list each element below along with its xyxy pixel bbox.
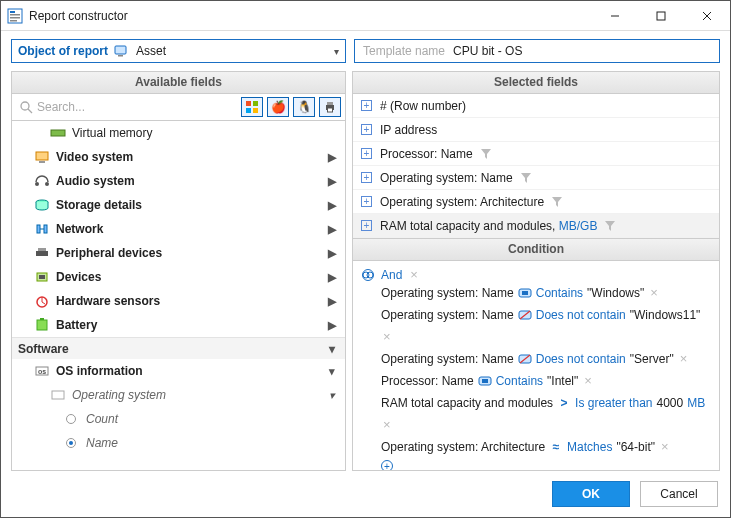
ok-button[interactable]: OK — [552, 481, 630, 507]
tree-item[interactable]: Video system▶ — [12, 145, 345, 169]
collapse-icon[interactable]: ▾ — [325, 389, 339, 402]
object-of-report-combo[interactable]: Object of report Asset ▾ — [11, 39, 346, 63]
expand-icon[interactable]: ▶ — [325, 271, 339, 284]
condition-root[interactable]: And × — [361, 267, 711, 282]
template-name-field[interactable]: Template name CPU bit - OS — [354, 39, 720, 63]
expand-field-icon[interactable]: + — [361, 220, 372, 231]
tree-item[interactable]: Network▶ — [12, 217, 345, 241]
filter-icon[interactable] — [605, 221, 615, 231]
tree-item[interactable]: Battery▶ — [12, 313, 345, 337]
expand-icon[interactable]: ▶ — [325, 247, 339, 260]
cond-field: Operating system: Name — [381, 350, 514, 368]
condition-body[interactable]: And × Operating system: Name Contains "W… — [353, 261, 719, 470]
expand-field-icon[interactable]: + — [361, 100, 372, 111]
condition-row[interactable]: Operating system: Name Contains "Windows… — [361, 282, 711, 304]
search-input[interactable]: Search... — [16, 97, 237, 117]
collapse-icon[interactable]: ▾ — [325, 365, 339, 378]
field-label: Processor: Name — [380, 147, 473, 161]
condition-row[interactable]: Operating system: Architecture ≈Matches … — [361, 436, 711, 458]
tree-label: Storage details — [56, 198, 142, 212]
tree-item-os-info[interactable]: osOS information▾ — [12, 359, 345, 383]
operator-icon — [518, 308, 532, 322]
svg-rect-36 — [37, 320, 47, 330]
expand-icon[interactable]: ▶ — [325, 319, 339, 332]
collapse-icon[interactable]: ▾ — [329, 342, 345, 356]
condition-row[interactable]: Operating system: Name Does not contain … — [361, 348, 711, 370]
remove-condition[interactable]: × — [381, 328, 391, 346]
selected-field-row[interactable]: +IP address — [353, 118, 719, 142]
condition-row[interactable]: RAM total capacity and modules >Is great… — [361, 392, 711, 436]
minimize-button[interactable] — [592, 1, 638, 31]
cond-operator[interactable]: Contains — [496, 372, 543, 390]
cond-operator[interactable]: Does not contain — [536, 350, 626, 368]
tree-item[interactable]: Audio system▶ — [12, 169, 345, 193]
root-op-label[interactable]: And — [381, 268, 402, 282]
svg-point-23 — [35, 182, 39, 186]
remove-condition[interactable]: × — [659, 438, 669, 456]
condition-row[interactable]: Operating system: Name Does not contain … — [361, 304, 711, 348]
tree-item[interactable]: Hardware sensors▶ — [12, 289, 345, 313]
field-link[interactable]: MB/GB — [559, 219, 598, 233]
remove-condition[interactable]: × — [381, 416, 391, 434]
expand-field-icon[interactable]: + — [361, 196, 372, 207]
filter-icon[interactable] — [481, 149, 491, 159]
expand-icon[interactable]: ▶ — [325, 175, 339, 188]
tree-label: Battery — [56, 318, 97, 332]
expand-icon[interactable]: ▶ — [325, 199, 339, 212]
filter-linux-icon[interactable]: 🐧 — [293, 97, 315, 117]
expand-icon[interactable]: ▶ — [325, 223, 339, 236]
expand-icon[interactable]: ▶ — [325, 151, 339, 164]
software-group[interactable]: Software▾ — [12, 337, 345, 359]
selected-field-row[interactable]: +Processor: Name — [353, 142, 719, 166]
cond-operator[interactable]: Is greater than — [575, 394, 652, 412]
selected-field-row[interactable]: +RAM total capacity and modules, MB/GB — [353, 214, 719, 238]
tree-leaf-name[interactable]: Name — [12, 431, 345, 455]
svg-rect-29 — [36, 251, 48, 256]
tree-item[interactable]: Virtual memory — [12, 121, 345, 145]
category-icon — [34, 149, 50, 165]
svg-text:os: os — [38, 368, 46, 375]
cancel-button[interactable]: Cancel — [640, 481, 718, 507]
selected-field-row[interactable]: +Operating system: Architecture — [353, 190, 719, 214]
cond-unit[interactable]: MB — [687, 394, 705, 412]
cond-operator[interactable]: Matches — [567, 438, 612, 456]
cond-value: "Intel" — [547, 372, 578, 390]
selected-field-row[interactable]: +Operating system: Name — [353, 166, 719, 190]
remove-root[interactable]: × — [408, 267, 418, 282]
filter-windows-icon[interactable] — [241, 97, 263, 117]
tree-item[interactable]: Peripheral devices▶ — [12, 241, 345, 265]
filter-apple-icon[interactable]: 🍎 — [267, 97, 289, 117]
condition-row[interactable]: Processor: Name Contains "Intel" × — [361, 370, 711, 392]
add-condition-button[interactable]: + — [381, 460, 393, 470]
remove-condition[interactable]: × — [648, 284, 658, 302]
expand-field-icon[interactable]: + — [361, 124, 372, 135]
expand-field-icon[interactable]: + — [361, 172, 372, 183]
tree-item[interactable]: Devices▶ — [12, 265, 345, 289]
filter-icon[interactable] — [552, 197, 562, 207]
radio-icon — [66, 438, 76, 448]
tree-label: Hardware sensors — [56, 294, 160, 308]
filter-printer-icon[interactable] — [319, 97, 341, 117]
template-label: Template name — [363, 44, 445, 58]
remove-condition[interactable]: × — [678, 350, 688, 368]
selected-list[interactable]: +# (Row number)+IP address+Processor: Na… — [353, 94, 719, 238]
field-label: Operating system: Name — [380, 171, 513, 185]
available-tree[interactable]: Virtual memoryVideo system▶Audio system▶… — [12, 121, 345, 470]
field-label: RAM total capacity and modules, MB/GB — [380, 219, 597, 233]
tree-item-os[interactable]: Operating system▾ — [12, 383, 345, 407]
operator-icon: > — [557, 396, 571, 410]
maximize-button[interactable] — [638, 1, 684, 31]
operator-icon — [518, 352, 532, 366]
category-icon — [34, 197, 50, 213]
expand-field-icon[interactable]: + — [361, 148, 372, 159]
cond-operator[interactable]: Does not contain — [536, 306, 626, 324]
expand-icon[interactable]: ▶ — [325, 295, 339, 308]
report-constructor-window: Report constructor Object of report Asse… — [0, 0, 731, 518]
remove-condition[interactable]: × — [582, 372, 592, 390]
tree-leaf-count[interactable]: Count — [12, 407, 345, 431]
selected-field-row[interactable]: +# (Row number) — [353, 94, 719, 118]
filter-icon[interactable] — [521, 173, 531, 183]
tree-item[interactable]: Storage details▶ — [12, 193, 345, 217]
close-button[interactable] — [684, 1, 730, 31]
cond-operator[interactable]: Contains — [536, 284, 583, 302]
